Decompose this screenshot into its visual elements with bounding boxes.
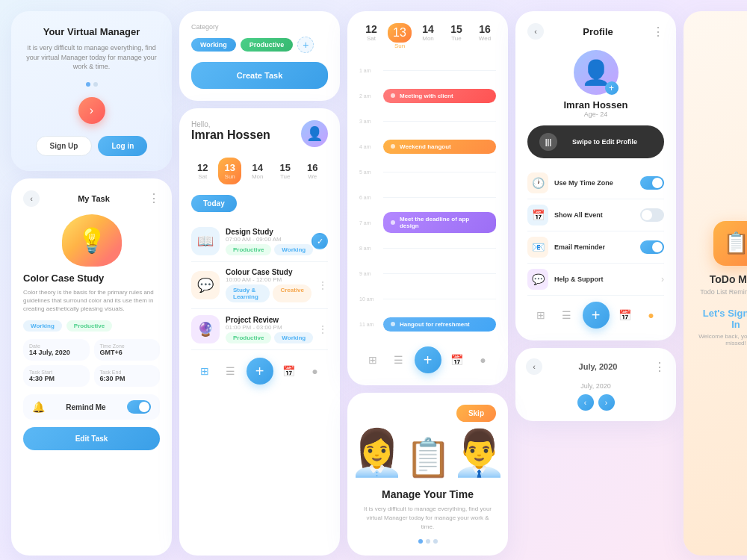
sched-date-14[interactable]: 14 Mon bbox=[416, 23, 440, 49]
timezone-box: Time Zone GMT+6 bbox=[94, 339, 161, 361]
cal-prev-button[interactable]: ‹ bbox=[577, 394, 594, 411]
sched-date-12[interactable]: 12 Sat bbox=[359, 23, 383, 49]
profile-header: ‹ Profile ⋮ bbox=[527, 23, 664, 40]
task-info-grid: Date 14 July, 2020 Time Zone GMT+6 Task … bbox=[23, 339, 160, 387]
nav-list-icon[interactable]: ☰ bbox=[220, 361, 241, 382]
task-item-1: 📖 Design Study 07:00 AM - 09:00 AM Produ… bbox=[191, 221, 328, 262]
task-dots-2[interactable]: ⋮ bbox=[317, 279, 328, 291]
sched-date-13[interactable]: 13 Sun bbox=[388, 23, 412, 49]
event-hangout[interactable]: Weekend hangout bbox=[383, 140, 496, 154]
task-check-1[interactable]: ✓ bbox=[311, 233, 328, 249]
sched-nav-list[interactable]: ☰ bbox=[388, 349, 409, 370]
sched-nav-add[interactable]: + bbox=[415, 346, 441, 373]
timezone-toggle[interactable] bbox=[640, 176, 664, 190]
cat-productive: Productive bbox=[241, 38, 294, 52]
profile-back-button[interactable]: ‹ bbox=[527, 23, 544, 40]
help-icon: 💬 bbox=[527, 269, 548, 290]
profile-add-button[interactable]: + bbox=[605, 81, 619, 95]
category-label: Category bbox=[191, 23, 328, 31]
task-icon-1: 📖 bbox=[191, 227, 220, 255]
case-study-desc: Color theory is the basis for the primar… bbox=[23, 288, 160, 314]
profile-bottom-nav: ⊞ ☰ + 📅 ● bbox=[527, 296, 664, 329]
profile-nav-list[interactable]: ☰ bbox=[557, 305, 577, 326]
task-icon-2: 💬 bbox=[191, 271, 220, 299]
end-box: Task End 6:30 PM bbox=[94, 365, 161, 387]
cal-nav: ‹ › bbox=[526, 394, 666, 411]
events-icon: 📅 bbox=[527, 205, 548, 225]
task-card-title: My Task bbox=[78, 194, 110, 203]
swipe-edit-button[interactable]: ||| Swipe to Edit Profile bbox=[527, 125, 664, 158]
profile-age: Age- 24 bbox=[527, 111, 664, 118]
event-refreshment[interactable]: Hangout for refreshment bbox=[383, 317, 496, 332]
today-button[interactable]: Today bbox=[191, 195, 237, 212]
email-icon: 📧 bbox=[527, 237, 548, 258]
hello-text-wrap: Hello, Imran Hossen bbox=[191, 120, 270, 142]
help-arrow: › bbox=[661, 274, 664, 284]
sched-date-16[interactable]: 16 Wed bbox=[473, 23, 496, 49]
dot-1 bbox=[86, 82, 90, 87]
column-1: Your Virtual Manager It is very difficul… bbox=[11, 11, 172, 556]
hello-name: Imran Hossen bbox=[191, 128, 270, 142]
setting-events: 📅 Show All Event bbox=[527, 199, 664, 231]
cal-back-button[interactable]: ‹ bbox=[526, 358, 542, 375]
schedule-dates: 12 Sat 13 Sun 14 Mon 15 Tue 16 Wed bbox=[359, 23, 496, 49]
sched-nav-cal[interactable]: 📅 bbox=[447, 349, 468, 370]
start-box: Task Start 4:30 PM bbox=[23, 365, 90, 387]
slot-8am: 8 am bbox=[359, 237, 496, 258]
create-task-button[interactable]: Create Task bbox=[191, 62, 328, 89]
date-15[interactable]: 15 Tue bbox=[274, 158, 297, 184]
date-16[interactable]: 16 We bbox=[301, 158, 323, 184]
more-options-button[interactable]: ⋮ bbox=[148, 191, 160, 205]
back-button[interactable]: ‹ bbox=[23, 190, 40, 207]
manage-time-card: Skip 👩‍💼 📋 👨‍💼 Manage Your Time It is ve… bbox=[347, 393, 508, 556]
date-14[interactable]: 14 Mon bbox=[246, 158, 270, 184]
event-deadline[interactable]: Meet the deadline of app design bbox=[383, 212, 496, 233]
date-13[interactable]: 13 Sun bbox=[218, 158, 241, 184]
arrow-button[interactable]: › bbox=[78, 97, 105, 124]
profile-name: Imran Hossen bbox=[527, 99, 664, 111]
nav-dots-icon[interactable]: ● bbox=[305, 361, 326, 382]
task-item-2: 💬 Colour Case Study 10:00 AM - 12:00 PM … bbox=[191, 262, 328, 309]
add-category-button[interactable]: + bbox=[297, 37, 314, 53]
cal-more-button[interactable]: ⋮ bbox=[654, 360, 666, 374]
email-toggle[interactable] bbox=[640, 240, 664, 254]
events-toggle[interactable] bbox=[640, 208, 664, 222]
skip-button[interactable]: Skip bbox=[456, 405, 496, 422]
date-12[interactable]: 12 Sat bbox=[191, 158, 214, 184]
sched-nav-home[interactable]: ⊞ bbox=[362, 349, 383, 370]
tz-value: GMT+6 bbox=[100, 349, 155, 356]
task-header: ‹ My Task ⋮ bbox=[23, 190, 160, 207]
create-task-card: Category Working Productive + Create Tas… bbox=[179, 11, 340, 101]
nav-home-icon[interactable]: ⊞ bbox=[194, 361, 215, 382]
bottom-nav: ⊞ ☰ + 📅 ● bbox=[191, 350, 328, 385]
timezone-icon: 🕐 bbox=[527, 172, 548, 193]
sched-date-15[interactable]: 15 Tue bbox=[444, 23, 468, 49]
hello-label: Hello, bbox=[191, 120, 270, 128]
profile-nav-cal[interactable]: 📅 bbox=[615, 305, 636, 326]
auth-buttons: Sign Up Log in bbox=[26, 136, 157, 156]
nav-add-button[interactable]: + bbox=[247, 358, 273, 385]
slot-6am: 6 am bbox=[359, 187, 496, 208]
tag-productive: Productive bbox=[66, 320, 112, 332]
task-info-3: Project Review 01:00 PM - 03:00 PM Produ… bbox=[226, 316, 311, 343]
signup-button[interactable]: Sign Up bbox=[36, 136, 93, 156]
mdot-1 bbox=[418, 539, 423, 544]
profile-nav-dot[interactable]: ● bbox=[641, 305, 662, 326]
sched-nav-dots[interactable]: ● bbox=[473, 349, 494, 370]
remind-toggle[interactable] bbox=[127, 400, 151, 414]
mdot-2 bbox=[426, 539, 430, 544]
edit-task-button[interactable]: Edit Task bbox=[23, 427, 160, 450]
event-meeting[interactable]: Meeting with client bbox=[383, 89, 496, 103]
calendar-card: ‹ July, 2020 ⋮ July, 2020 ‹ › bbox=[515, 348, 676, 421]
cal-next-button[interactable]: › bbox=[598, 394, 615, 411]
login-button[interactable]: Log in bbox=[98, 136, 147, 156]
profile-more-button[interactable]: ⋮ bbox=[652, 25, 664, 39]
nav-calendar-icon[interactable]: 📅 bbox=[279, 361, 300, 382]
virtual-desc: It is very difficult to manage everythin… bbox=[26, 43, 157, 72]
end-value: 6:30 PM bbox=[100, 375, 155, 382]
setting-timezone: 🕐 Use My Time Zone bbox=[527, 167, 664, 199]
profile-nav-home[interactable]: ⊞ bbox=[530, 305, 551, 326]
task-dots-3[interactable]: ⋮ bbox=[317, 323, 328, 335]
sched-bottom-nav: ⊞ ☰ + 📅 ● bbox=[359, 339, 496, 373]
profile-nav-add[interactable]: + bbox=[583, 302, 610, 329]
